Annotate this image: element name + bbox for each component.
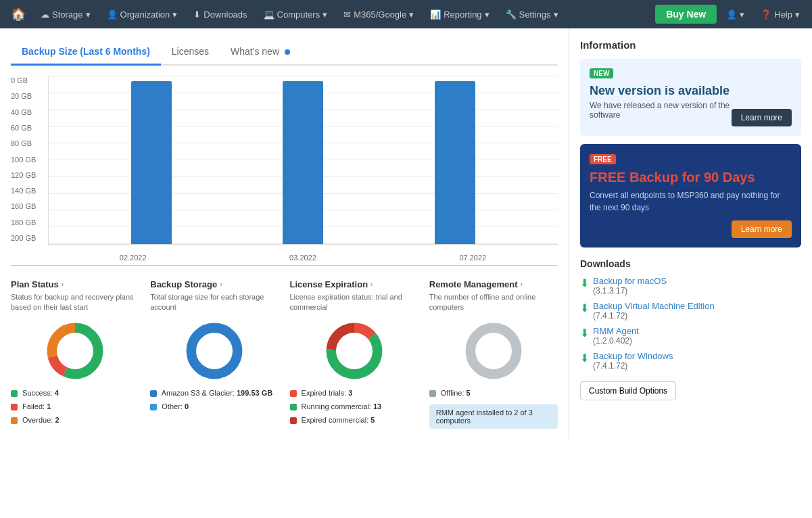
legend-item: Expired trials: 3 [290, 387, 419, 400]
download-arrow-icon: ⬇ [580, 352, 589, 364]
navbar: 🏠 ☁ Storage ▾ 👤 Organization ▾ ⬇ Downloa… [0, 0, 812, 28]
y-label: 160 GB [11, 202, 48, 210]
user-icon: 👤 [726, 9, 737, 20]
donut-legend: Amazon S3 & Glacier: 199.53 GB Other: 0 [150, 387, 279, 414]
chart-y-axis: 200 GB180 GB160 GB140 GB120 GB100 GB80 G… [11, 76, 48, 245]
new-version-title: New version is available [590, 84, 792, 98]
download-version: (1.2.0.402) [593, 336, 639, 346]
reporting-icon: 📊 [430, 9, 441, 20]
donut-chart [290, 321, 419, 381]
computers-chevron-icon: ▾ [323, 9, 327, 20]
nav-m365[interactable]: ✉ M365/Google ▾ [337, 5, 421, 24]
y-label: 200 GB [11, 234, 48, 242]
chart-bar [131, 81, 172, 244]
new-version-desc: We have released a new version of the so… [590, 101, 732, 120]
widget-desc: Status for backup and recovery plans bas… [11, 292, 139, 314]
widget-title[interactable]: Remote Management › [429, 279, 558, 289]
chart-bar [435, 81, 475, 244]
free-badge: FREE [590, 154, 616, 164]
donut-legend: Offline: 5 [429, 387, 558, 400]
legend-value: 5 [467, 389, 471, 397]
legend-item: Running commercial: 13 [290, 400, 419, 414]
widget-title[interactable]: Backup Storage › [150, 279, 279, 289]
legend-value: 3 [348, 389, 352, 397]
download-link[interactable]: Backup Virtual Machine Edition [593, 301, 715, 311]
download-item: ⬇ Backup for Windows (7.4.1.72) [580, 351, 801, 371]
download-version: (7.4.1.72) [593, 311, 715, 321]
downloads-icon: ⬇ [193, 9, 201, 20]
new-indicator-dot [285, 49, 290, 55]
free-backup-title: FREE Backup for 90 Days [590, 170, 792, 185]
widget-desc: Total storage size for each storage acco… [150, 292, 279, 314]
y-label: 80 GB [11, 139, 48, 147]
legend-label: Expired trials: [302, 389, 347, 397]
legend-dot [11, 417, 18, 424]
tab-whats-new[interactable]: What's new [220, 39, 301, 66]
widget-plan-status: Plan Status › Status for backup and reco… [11, 279, 139, 429]
info-title: Information [580, 39, 801, 51]
legend-value: 2 [55, 416, 59, 424]
legend-value: 0 [185, 402, 189, 410]
legend-label: Other: [162, 402, 183, 410]
rmm-note: RMM agent installed to 2 of 3 computers [429, 404, 558, 429]
download-version: (3.1.3.17) [593, 286, 667, 296]
widget-title[interactable]: License Expiration › [290, 279, 419, 289]
download-version: (7.4.1.72) [593, 361, 673, 371]
legend-dot [11, 390, 18, 397]
nav-computers[interactable]: 💻 Computers ▾ [257, 5, 335, 24]
x-label: 02.2022 [120, 254, 147, 262]
reporting-chevron-icon: ▾ [485, 9, 489, 20]
storage-icon: ☁ [41, 9, 49, 20]
download-link[interactable]: Backup for macOS [593, 276, 667, 286]
downloads-list: ⬇ Backup for macOS (3.1.3.17) ⬇ Backup V… [580, 276, 801, 371]
widget-title[interactable]: Plan Status › [11, 279, 139, 289]
legend-value: 1 [47, 402, 51, 410]
download-link[interactable]: Backup for Windows [593, 351, 673, 361]
buy-new-button[interactable]: Buy New [655, 5, 717, 24]
tab-licenses[interactable]: Licenses [161, 39, 220, 66]
legend-dot [290, 404, 297, 410]
y-label: 120 GB [11, 171, 48, 179]
home-icon[interactable]: 🏠 [5, 3, 31, 26]
download-info: Backup for Windows (7.4.1.72) [593, 351, 673, 371]
widget-chevron-icon: › [371, 281, 373, 288]
settings-icon: 🔧 [506, 9, 517, 20]
help-menu[interactable]: ❓ Help▾ [754, 5, 807, 24]
legend-item: Overdue: 2 [11, 414, 139, 427]
custom-build-button[interactable]: Custom Build Options [580, 381, 676, 400]
legend-dot [290, 390, 297, 397]
widget-chevron-icon: › [521, 281, 523, 288]
widget-backup-storage: Backup Storage › Total storage size for … [150, 279, 279, 429]
download-info: Backup Virtual Machine Edition (7.4.1.72… [593, 301, 715, 321]
user-menu[interactable]: 👤▾ [719, 5, 751, 24]
nav-reporting[interactable]: 📊 Reporting ▾ [423, 5, 496, 24]
y-label: 180 GB [11, 218, 48, 227]
right-panel: Information NEW New version is available… [569, 28, 812, 440]
svg-point-11 [471, 328, 517, 374]
legend-value: 199.53 GB [237, 389, 272, 397]
legend-value: 4 [55, 389, 59, 397]
nav-settings[interactable]: 🔧 Settings ▾ [499, 5, 565, 24]
learn-more-new-button[interactable]: Learn more [732, 109, 792, 126]
legend-label: Overdue: [22, 416, 53, 424]
new-badge: NEW [590, 68, 613, 78]
donut-chart [11, 321, 139, 381]
download-link[interactable]: RMM Agent [593, 326, 639, 336]
tab-backup-size[interactable]: Backup Size (Last 6 Months) [11, 39, 161, 66]
widget-chevron-icon: › [62, 281, 64, 288]
donut-legend: Expired trials: 3 Running commercial: 13… [290, 387, 419, 427]
computers-icon: 💻 [264, 9, 274, 20]
left-panel: Backup Size (Last 6 Months) Licenses Wha… [0, 28, 569, 440]
legend-dot [290, 417, 297, 424]
nav-organization[interactable]: 👤 Organization ▾ [100, 5, 185, 24]
m365-chevron-icon: ▾ [409, 9, 414, 20]
nav-downloads[interactable]: ⬇ Downloads [187, 5, 254, 24]
nav-storage[interactable]: ☁ Storage ▾ [34, 5, 97, 24]
legend-item: Offline: 5 [429, 387, 558, 400]
downloads-title: Downloads [580, 258, 801, 269]
learn-more-free-button[interactable]: Learn more [732, 220, 792, 238]
legend-value: 13 [373, 402, 381, 410]
legend-label: Failed: [22, 402, 45, 410]
free-backup-card: FREE FREE Backup for 90 Days Convert all… [580, 144, 801, 248]
download-item: ⬇ Backup Virtual Machine Edition (7.4.1.… [580, 301, 801, 321]
